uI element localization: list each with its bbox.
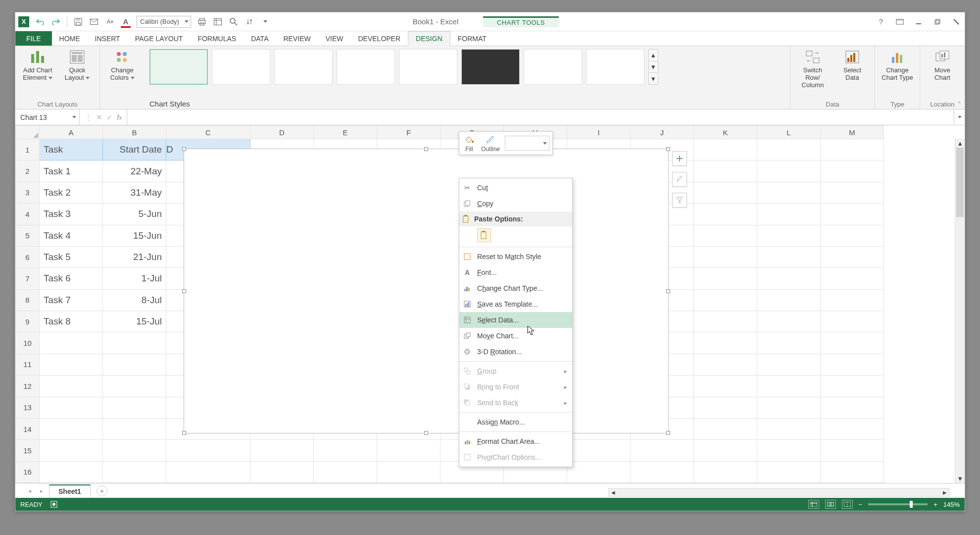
cell[interactable]: 15-Jul — [103, 311, 166, 332]
menu-item-change-chart-type[interactable]: Change Chart Type... — [459, 280, 572, 296]
zoom-level[interactable]: 145% — [943, 501, 960, 508]
chart-style-3[interactable] — [274, 49, 333, 85]
cell[interactable] — [821, 440, 884, 461]
cell[interactable] — [757, 160, 821, 182]
qat-customize-button[interactable] — [260, 17, 270, 27]
cell[interactable] — [694, 440, 757, 461]
cell[interactable] — [40, 332, 103, 354]
cell[interactable] — [40, 418, 103, 439]
cell[interactable]: Task 5 — [40, 246, 103, 268]
change-chart-type-button[interactable]: ChangeChart Type — [880, 49, 915, 82]
quick-print-button[interactable] — [197, 17, 207, 27]
chart-style-2[interactable] — [212, 49, 270, 85]
zoom-slider[interactable] — [868, 503, 928, 505]
cell[interactable] — [40, 354, 103, 375]
tab-review[interactable]: REVIEW — [276, 31, 318, 46]
cell[interactable] — [821, 311, 884, 332]
chart-object[interactable] — [184, 149, 669, 433]
column-header[interactable]: F — [377, 126, 441, 139]
tab-home[interactable]: HOME — [52, 31, 88, 46]
row-header[interactable]: 14 — [16, 418, 40, 439]
paste-option-default[interactable] — [477, 228, 491, 242]
menu-item-assign-macro[interactable]: Assign Macro... — [459, 414, 572, 430]
maximize-button[interactable] — [932, 16, 943, 27]
chart-style-5[interactable] — [399, 49, 457, 85]
row-header[interactable]: 16 — [16, 461, 40, 482]
zoom-slider-thumb[interactable] — [910, 501, 913, 508]
formula-input[interactable] — [127, 109, 954, 125]
cell[interactable] — [103, 397, 166, 418]
cell[interactable] — [694, 160, 757, 182]
cell[interactable] — [757, 268, 821, 289]
scroll-down-icon[interactable]: ▾ — [649, 61, 658, 73]
cell[interactable] — [694, 139, 757, 160]
zoom-in-button[interactable]: + — [933, 501, 937, 508]
expand-formula-bar-button[interactable] — [954, 109, 965, 125]
tab-insert[interactable]: INSERT — [88, 31, 128, 46]
cell[interactable]: 22-May — [103, 160, 166, 182]
row-header[interactable]: 15 — [16, 440, 40, 461]
cell[interactable] — [821, 160, 884, 182]
menu-item-save-template[interactable]: Save as Template... — [459, 296, 572, 312]
chart-style-7[interactable] — [524, 49, 582, 85]
cell[interactable] — [821, 139, 884, 160]
macro-record-icon[interactable] — [50, 501, 57, 508]
tab-design[interactable]: DESIGN — [408, 31, 450, 46]
cell[interactable] — [250, 440, 314, 461]
help-button[interactable]: ? — [876, 16, 886, 27]
row-header[interactable]: 8 — [16, 289, 40, 311]
cell[interactable] — [821, 225, 884, 246]
scroll-up-icon[interactable]: ▴ — [649, 50, 658, 61]
column-header[interactable]: B — [103, 126, 166, 139]
cell[interactable] — [314, 461, 377, 482]
cell[interactable]: Task 1 — [40, 160, 103, 182]
cell[interactable] — [694, 332, 757, 354]
cell[interactable] — [694, 354, 757, 375]
row-header[interactable]: 3 — [16, 182, 40, 203]
row-header[interactable]: 1 — [16, 139, 40, 160]
cell[interactable] — [757, 375, 821, 397]
cell[interactable]: 5-Jun — [103, 204, 166, 225]
column-header[interactable]: D — [250, 126, 314, 139]
cell[interactable] — [694, 204, 757, 225]
cell[interactable] — [757, 440, 821, 461]
font-color-button[interactable]: A — [121, 17, 131, 27]
tab-file[interactable]: FILE — [15, 31, 52, 46]
chart-styles-brush-button[interactable] — [672, 172, 687, 187]
cell[interactable]: 8-Jul — [103, 289, 166, 311]
cell[interactable] — [821, 204, 884, 225]
menu-item-3d-rotation[interactable]: 3-D Rotation... — [459, 344, 572, 360]
cell[interactable] — [757, 246, 821, 268]
menu-item-move-chart[interactable]: Move Chart... — [459, 328, 572, 344]
cell[interactable] — [821, 289, 884, 311]
sheet-nav-next[interactable]: ▸ — [37, 487, 46, 494]
quick-layout-button[interactable]: QuickLayout — [60, 49, 95, 82]
column-header[interactable]: M — [821, 126, 884, 139]
cell[interactable] — [821, 418, 884, 439]
cell[interactable] — [694, 311, 757, 332]
undo-button[interactable] — [35, 17, 45, 27]
cell[interactable]: 15-Jun — [103, 225, 166, 246]
chart-filters-funnel-button[interactable] — [672, 193, 687, 208]
ribbon-display-button[interactable] — [894, 16, 905, 27]
cell[interactable] — [250, 461, 314, 482]
row-header[interactable]: 12 — [16, 375, 40, 397]
cell[interactable] — [694, 418, 757, 439]
collapse-ribbon-button[interactable]: ⌃ — [957, 101, 962, 107]
cell[interactable] — [377, 461, 441, 482]
cell[interactable] — [103, 375, 166, 397]
cell[interactable] — [821, 375, 884, 397]
column-header[interactable]: J — [631, 126, 694, 139]
menu-item-font[interactable]: AFont... — [459, 265, 572, 280]
row-header[interactable]: 13 — [16, 397, 40, 418]
cell[interactable] — [567, 461, 631, 482]
mini-fill-button[interactable]: Fill — [462, 134, 476, 153]
menu-item-cut[interactable]: ✂Cut — [459, 180, 572, 196]
row-header[interactable]: 5 — [16, 225, 40, 246]
formula-options-icon[interactable]: ⋮ — [85, 113, 92, 122]
cell[interactable]: Task — [40, 139, 103, 160]
cell[interactable]: Task 8 — [40, 311, 103, 332]
select-all-corner[interactable] — [16, 126, 40, 139]
font-size-decrease-icon[interactable]: A▾ — [105, 17, 115, 27]
cell[interactable] — [694, 225, 757, 246]
